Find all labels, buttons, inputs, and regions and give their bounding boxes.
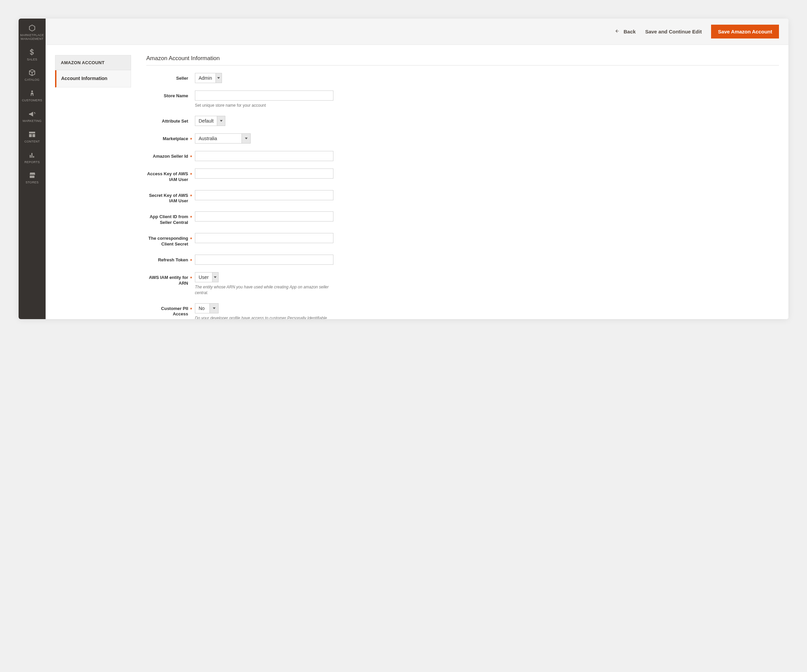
secret-key-input[interactable] [195, 190, 334, 200]
sidebar-item-label: CONTENT [24, 140, 40, 144]
layout-icon [28, 130, 36, 138]
chevron-down-icon [217, 116, 225, 126]
select-value: Australia [195, 134, 242, 143]
page-toolbar: Back Save and Continue Edit Save Amazon … [46, 18, 789, 45]
field-label: Attribute Set [146, 116, 190, 124]
chevron-down-icon [216, 73, 222, 83]
sidebar-item-label: STORES [26, 181, 39, 184]
field-row-store-name: Store Name Set unique store name for you… [146, 91, 779, 108]
pii-access-select[interactable]: No [195, 303, 219, 314]
field-label: Refresh Token [146, 255, 190, 263]
section-nav-item-account-info[interactable]: Account Information [55, 70, 131, 88]
required-mark: * [190, 233, 195, 242]
amazon-seller-id-input[interactable] [195, 151, 334, 161]
box-icon [28, 68, 36, 77]
field-label: Marketplace [146, 133, 190, 142]
sidebar-item-customers[interactable]: CUSTOMERS [18, 86, 46, 106]
field-label: Amazon Seller Id [146, 151, 190, 159]
seller-select[interactable]: Admin [195, 73, 222, 83]
field-row-access-key: Access Key of AWS IAM User * [146, 169, 779, 183]
field-row-client-secret: The corresponding Client Secret * [146, 233, 779, 247]
app-window: MARKETPLACE MANAGEMENT SALES CATALOG CUS… [18, 18, 789, 319]
field-hint: Do your developer profile have access to… [195, 315, 334, 319]
field-label: Secret Key of AWS IAM User [146, 190, 190, 204]
sidebar-item-marketing[interactable]: MARKETING [18, 106, 46, 127]
required-mark: * [190, 190, 195, 199]
storefront-icon [28, 171, 36, 179]
required-mark: * [190, 272, 195, 281]
field-row-arn-entity: AWS IAM entity for ARN * User The entity… [146, 272, 779, 296]
back-button[interactable]: Back [614, 29, 636, 35]
required-mark: * [190, 133, 195, 142]
field-label: Seller [146, 73, 190, 81]
content-area: AMAZON ACCOUNT Account Information Amazo… [46, 45, 789, 319]
dollar-icon [28, 48, 36, 56]
save-continue-label: Save and Continue Edit [645, 29, 702, 35]
sidebar-item-label: CATALOG [25, 78, 40, 82]
field-hint: The entity whose ARN you have used while… [195, 284, 334, 296]
field-row-amazon-seller-id: Amazon Seller Id * [146, 151, 779, 161]
client-secret-input[interactable] [195, 233, 334, 243]
chevron-down-icon [242, 134, 250, 143]
hexagon-icon [28, 24, 36, 32]
back-label: Back [624, 29, 636, 35]
sidebar-item-stores[interactable]: STORES [18, 168, 46, 188]
section-nav: AMAZON ACCOUNT Account Information [55, 55, 131, 319]
sidebar-item-marketplace[interactable]: MARKETPLACE MANAGEMENT [18, 21, 46, 45]
field-label: The corresponding Client Secret [146, 233, 190, 247]
sidebar-item-sales[interactable]: SALES [18, 45, 46, 66]
required-mark [190, 116, 195, 119]
field-row-seller: Seller Admin [146, 73, 779, 83]
marketplace-select[interactable]: Australia [195, 133, 251, 144]
field-row-marketplace: Marketplace * Australia [146, 133, 779, 144]
field-row-secret-key: Secret Key of AWS IAM User * [146, 190, 779, 204]
field-label: App Client ID from Seller Central [146, 211, 190, 226]
sidebar-item-label: SALES [27, 58, 38, 61]
admin-sidebar: MARKETPLACE MANAGEMENT SALES CATALOG CUS… [18, 18, 46, 319]
required-mark: * [190, 169, 195, 177]
field-row-app-client-id: App Client ID from Seller Central * [146, 211, 779, 226]
field-label: Store Name [146, 91, 190, 99]
select-value: User [195, 272, 212, 282]
form-title: Amazon Account Information [146, 55, 779, 66]
sidebar-item-label: CUSTOMERS [22, 99, 42, 102]
section-nav-header: AMAZON ACCOUNT [55, 55, 131, 70]
required-mark: * [190, 303, 195, 312]
field-row-attribute-set: Attribute Set Default [146, 116, 779, 126]
field-label: Access Key of AWS IAM User [146, 169, 190, 183]
field-label: Customer PII Access [146, 303, 190, 317]
person-icon [28, 89, 36, 97]
select-value: Admin [195, 73, 216, 83]
access-key-input[interactable] [195, 169, 334, 179]
select-value: No [195, 304, 209, 313]
field-row-refresh-token: Refresh Token * [146, 255, 779, 265]
bars-icon [28, 151, 36, 159]
main-panel: Back Save and Continue Edit Save Amazon … [46, 18, 789, 319]
required-mark [190, 73, 195, 76]
field-label: AWS IAM entity for ARN [146, 272, 190, 286]
sidebar-item-content[interactable]: CONTENT [18, 127, 46, 148]
arrow-left-icon [614, 29, 620, 35]
sidebar-item-label: REPORTS [24, 160, 40, 164]
store-name-input[interactable] [195, 91, 334, 101]
refresh-token-input[interactable] [195, 255, 334, 265]
sidebar-item-label: MARKETPLACE MANAGEMENT [20, 33, 44, 41]
arn-entity-select[interactable]: User [195, 272, 219, 282]
sidebar-item-label: MARKETING [23, 119, 42, 123]
save-amazon-account-button[interactable]: Save Amazon Account [711, 25, 779, 38]
save-continue-button[interactable]: Save and Continue Edit [645, 29, 702, 35]
chevron-down-icon [209, 304, 218, 313]
form-area: Amazon Account Information Seller Admin … [146, 55, 779, 319]
attribute-set-select[interactable]: Default [195, 116, 225, 126]
required-mark: * [190, 255, 195, 264]
select-value: Default [195, 116, 217, 126]
required-mark: * [190, 211, 195, 220]
app-client-id-input[interactable] [195, 211, 334, 222]
field-hint: Set unique store name for your account [195, 103, 334, 108]
chevron-down-icon [212, 272, 218, 282]
required-mark: * [190, 151, 195, 160]
sidebar-item-reports[interactable]: REPORTS [18, 148, 46, 168]
sidebar-item-catalog[interactable]: CATALOG [18, 65, 46, 86]
required-mark [190, 91, 195, 94]
field-row-pii-access: Customer PII Access * No Do your develop… [146, 303, 779, 319]
